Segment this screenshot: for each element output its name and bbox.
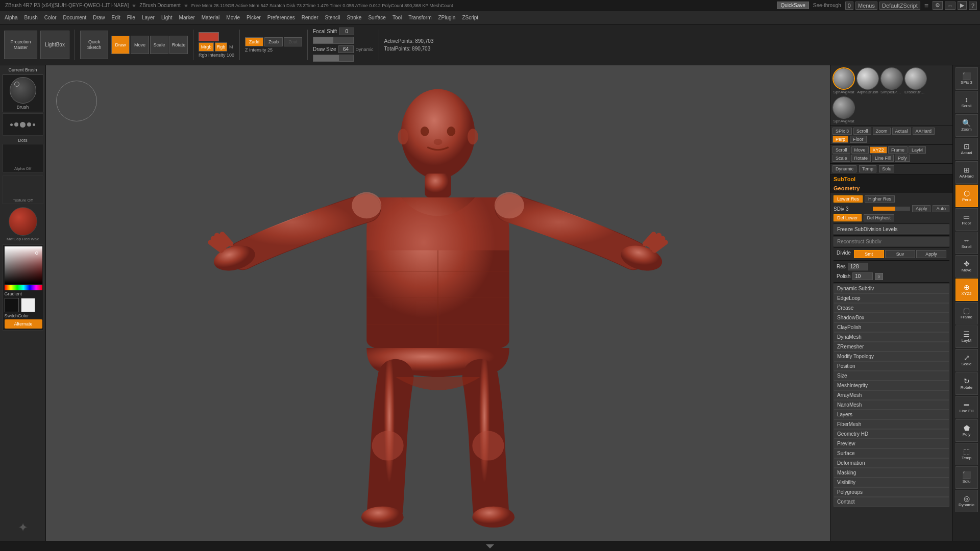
quick-sketch-button[interactable]: Quick Sketch — [80, 31, 108, 59]
menu-file[interactable]: File — [125, 14, 138, 21]
viewport[interactable] — [46, 65, 830, 541]
menu-brush[interactable]: Brush — [22, 14, 40, 21]
auto-button[interactable]: Auto — [933, 205, 949, 212]
polish-value[interactable]: 10 — [852, 272, 873, 280]
mesh-integrity-button[interactable]: MeshIntegrity — [834, 381, 949, 390]
reconstruct-subdiv-button[interactable]: Reconstruct Subdiv — [834, 237, 949, 246]
subtool-item-2[interactable]: AlphaBrush — [856, 67, 879, 94]
del-lower-button[interactable]: Del Lower — [834, 214, 862, 221]
quicksave-button[interactable]: QuickSave — [777, 2, 808, 9]
actual-shelf-btn[interactable]: ⊡ Actual — [955, 138, 978, 160]
spix-shelf-btn[interactable]: ⬛ SPix 3 — [955, 67, 978, 90]
aahard-button[interactable]: AAHard — [913, 128, 935, 135]
lower-res-button[interactable]: Lower Res — [834, 195, 863, 203]
size-button[interactable]: Size — [834, 371, 949, 381]
default-zscript-button[interactable]: DefaultZScript — [879, 2, 920, 10]
zoom-button[interactable]: Zoom — [873, 128, 891, 135]
canvas-area[interactable] — [46, 65, 830, 541]
zcut-button[interactable]: Zcut — [284, 37, 302, 46]
rotate-button[interactable]: Rotate — [169, 36, 188, 54]
poly-button[interactable]: Poly — [895, 155, 910, 162]
suv-button[interactable]: Suv — [885, 250, 915, 258]
scroll2-shelf-btn[interactable]: ↔ Scroll — [955, 232, 978, 254]
color-picker[interactable]: Gradient SwitchColor Alternate — [3, 244, 43, 331]
solu-shelf-btn[interactable]: ⬛ Solu — [955, 466, 978, 489]
del-highest-button[interactable]: Del Highest — [864, 214, 895, 221]
nano-mesh-button[interactable]: NanoMesh — [834, 400, 949, 410]
claypolish-button[interactable]: ClayPolish — [834, 322, 949, 332]
menu-transform[interactable]: Transform — [406, 14, 434, 21]
texture-area[interactable]: Texture Off — [3, 176, 43, 204]
alternate-button[interactable]: Alternate — [5, 319, 42, 329]
move-button-rp[interactable]: Move — [851, 146, 869, 154]
preview-button[interactable]: Preview — [834, 439, 949, 448]
menu-stroke[interactable]: Stroke — [345, 14, 364, 21]
frame-button[interactable]: Frame — [888, 146, 908, 154]
scale-button[interactable]: Scale — [150, 36, 168, 54]
frame-shelf-btn[interactable]: ▢ Frame — [955, 302, 978, 324]
projection-master-button[interactable]: Projection Master — [4, 31, 37, 59]
subtool-item-4[interactable]: EraserBrush — [904, 67, 927, 94]
position-button[interactable]: Position — [834, 361, 949, 371]
scale-shelf-btn[interactable]: ⤢ Scale — [955, 349, 978, 371]
geometry-title[interactable]: Geometry — [830, 184, 952, 193]
subtool-thumb-2[interactable] — [856, 67, 879, 90]
menu-picker[interactable]: Picker — [244, 14, 263, 21]
menu-stencil[interactable]: Stencil — [323, 14, 343, 21]
aahard-shelf-btn[interactable]: ⊞ AAHard — [955, 161, 978, 184]
fiber-mesh-button[interactable]: FiberMesh — [834, 419, 949, 429]
focal-shift-value[interactable]: 0 — [339, 28, 354, 35]
hue-slider[interactable] — [5, 285, 42, 290]
array-mesh-button[interactable]: ArrayMesh — [834, 390, 949, 400]
color-gradient[interactable] — [5, 246, 42, 284]
actual-button[interactable]: Actual — [892, 128, 911, 135]
line-fill-button[interactable]: Line Fill — [872, 155, 894, 162]
scroll-shelf-btn[interactable]: ↕ Scroll — [955, 91, 978, 113]
draw-button[interactable]: Draw — [111, 36, 130, 54]
lightbox-button[interactable]: LightBox — [40, 31, 69, 59]
material-ball[interactable] — [9, 207, 37, 236]
menu-material[interactable]: Material — [199, 14, 223, 21]
smt-button[interactable]: Smt — [854, 250, 884, 258]
menu-surface[interactable]: Surface — [365, 14, 388, 21]
menu-zscript[interactable]: ZScript — [459, 14, 481, 21]
collapse-button[interactable] — [486, 544, 494, 548]
subtool-item-1[interactable]: SphAvgMat — [832, 67, 855, 94]
polygroups-button[interactable]: Polygroups — [834, 487, 949, 497]
subtool-thumb-1[interactable] — [832, 67, 855, 90]
menu-movie[interactable]: Movie — [224, 14, 242, 21]
dynamic-subdiv-button[interactable]: Dynamic Subdiv — [834, 284, 949, 293]
freeze-subdiv-button[interactable]: Freeze SubDivision Levels — [834, 224, 949, 234]
laym-button[interactable]: LayM — [909, 146, 926, 154]
subtool-thumb-4[interactable] — [904, 67, 927, 90]
move-shelf-btn[interactable]: ✥ Move — [955, 255, 978, 278]
higher-res-button[interactable]: Higher Res — [865, 195, 895, 203]
dynamesh-button[interactable]: DynaMesh — [834, 332, 949, 342]
menu-draw[interactable]: Draw — [90, 14, 107, 21]
menu-color[interactable]: Color — [42, 14, 59, 21]
contact-button[interactable]: Contact — [834, 497, 949, 507]
rotate-shelf-btn[interactable]: ↻ Rotate — [955, 372, 978, 395]
menu-preferences[interactable]: Preferences — [265, 14, 298, 21]
move-button[interactable]: Move — [131, 36, 149, 54]
poly-shelf-btn[interactable]: ⬟ Poly — [955, 419, 978, 442]
menu-tool[interactable]: Tool — [390, 14, 404, 21]
dynamic-shelf-btn[interactable]: ◎ Dynamic — [955, 490, 978, 512]
brush-preview[interactable]: Brush — [3, 74, 43, 112]
temp-shelf-btn[interactable]: ⬚ Temp — [955, 443, 978, 465]
res-value[interactable]: 128 — [848, 263, 868, 270]
menu-edit[interactable]: Edit — [109, 14, 123, 21]
swatch-black[interactable] — [5, 298, 19, 312]
subtool-title[interactable]: SubTool — [830, 174, 952, 184]
menu-document[interactable]: Document — [61, 14, 89, 21]
masking-button[interactable]: Masking — [834, 468, 949, 478]
zoom-shelf-btn[interactable]: 🔍 Zoom — [955, 114, 978, 137]
modify-topology-button[interactable]: Modify Topology — [834, 352, 949, 361]
menu-alpha[interactable]: Alpha — [2, 14, 20, 21]
menu-layer[interactable]: Layer — [139, 14, 157, 21]
alpha-area[interactable]: Alpha Off — [3, 144, 43, 172]
menu-render[interactable]: Render — [299, 14, 321, 21]
menu-marker[interactable]: Marker — [177, 14, 198, 21]
subtool-thumb-3[interactable] — [880, 67, 903, 90]
color-swatch[interactable] — [199, 32, 219, 41]
